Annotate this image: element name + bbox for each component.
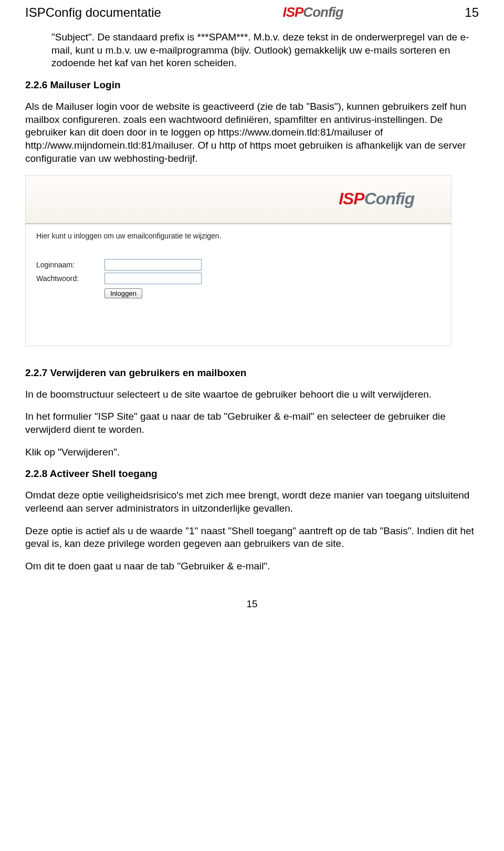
screenshot-logo: ISPConfig [339, 189, 414, 209]
screenshot-header: ISPConfig [26, 175, 451, 223]
section-227-p3: Klik op "Verwijderen". [25, 446, 479, 459]
section-227-p2: In het formulier "ISP Site" gaat u naar … [25, 410, 479, 436]
page-header: ISPConfig documentatie ISPConfig 15 [25, 4, 479, 20]
section-226-heading: 2.2.6 Mailuser Login [25, 79, 479, 91]
page-number-top: 15 [465, 5, 479, 20]
section-228-p1: Omdat deze optie veiligheidsrisico's met… [25, 489, 479, 515]
login-screenshot: ISPConfig Hier kunt u inloggen om uw ema… [25, 175, 452, 346]
section-228-p3: Om dit te doen gaat u naar de tab "Gebru… [25, 560, 479, 573]
intro-paragraph: "Subject". De standaard prefix is ***SPA… [51, 31, 479, 70]
doc-title: ISPConfig documentatie [25, 5, 161, 20]
password-input[interactable] [104, 273, 202, 284]
section-228-heading: 2.2.8 Activeer Shell toegang [25, 468, 479, 480]
header-logo: ISPConfig [282, 4, 343, 20]
password-label: Wachtwoord: [36, 274, 104, 283]
section-228-p2: Deze optie is actief als u de waarde "1"… [25, 525, 479, 551]
login-name-input[interactable] [104, 259, 202, 271]
logo-config: Config [303, 4, 343, 20]
screenshot-intro-text: Hier kunt u inloggen om uw emailconfigur… [36, 232, 440, 240]
section-227-p1: In de boomstructuur selecteert u de site… [25, 388, 479, 401]
section-227-heading: 2.2.7 Verwijderen van gebruikers en mail… [25, 367, 479, 379]
logo-isp: ISP [282, 4, 303, 20]
section-226-paragraph: Als de Mailuser login voor de website is… [25, 100, 479, 165]
login-button[interactable]: Inloggen [104, 288, 142, 298]
login-name-label: Loginnaam: [36, 261, 104, 269]
page-number-bottom: 15 [25, 598, 479, 610]
